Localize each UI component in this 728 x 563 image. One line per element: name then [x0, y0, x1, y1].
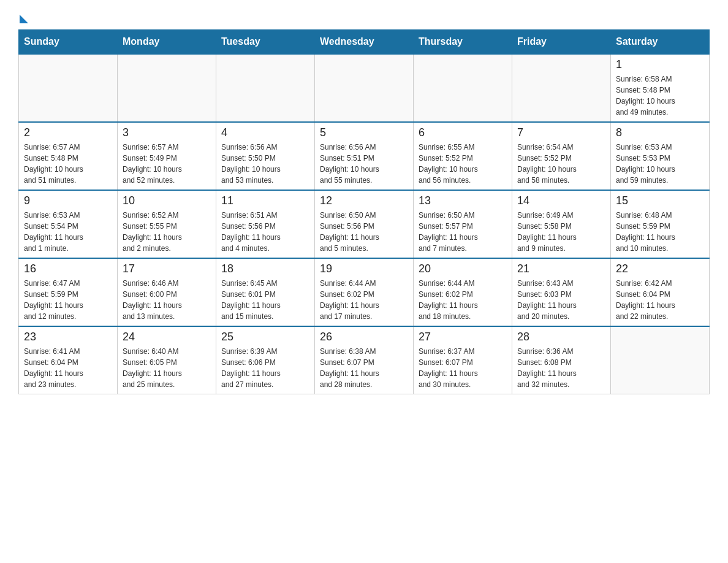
day-info: Sunrise: 6:56 AMSunset: 5:50 PMDaylight:… — [221, 142, 309, 186]
calendar-cell: 21Sunrise: 6:43 AMSunset: 6:03 PMDayligh… — [512, 258, 611, 326]
calendar-table: SundayMondayTuesdayWednesdayThursdayFrid… — [18, 29, 710, 394]
calendar-cell: 17Sunrise: 6:46 AMSunset: 6:00 PMDayligh… — [118, 258, 216, 326]
day-number: 27 — [419, 331, 507, 343]
day-number: 23 — [24, 331, 112, 343]
day-info: Sunrise: 6:37 AMSunset: 6:07 PMDaylight:… — [419, 346, 507, 390]
day-info: Sunrise: 6:55 AMSunset: 5:52 PMDaylight:… — [419, 142, 507, 186]
calendar-cell — [216, 54, 315, 122]
calendar-cell: 13Sunrise: 6:50 AMSunset: 5:57 PMDayligh… — [414, 190, 512, 258]
day-info: Sunrise: 6:46 AMSunset: 6:00 PMDaylight:… — [123, 278, 211, 322]
calendar-cell: 27Sunrise: 6:37 AMSunset: 6:07 PMDayligh… — [414, 326, 512, 394]
calendar-cell: 11Sunrise: 6:51 AMSunset: 5:56 PMDayligh… — [216, 190, 315, 258]
calendar-cell: 18Sunrise: 6:45 AMSunset: 6:01 PMDayligh… — [216, 258, 315, 326]
calendar-cell: 2Sunrise: 6:57 AMSunset: 5:48 PMDaylight… — [19, 122, 118, 190]
logo — [18, 12, 28, 23]
calendar-cell: 9Sunrise: 6:53 AMSunset: 5:54 PMDaylight… — [19, 190, 118, 258]
calendar-cell — [611, 326, 710, 394]
day-info: Sunrise: 6:53 AMSunset: 5:53 PMDaylight:… — [616, 142, 704, 186]
day-number: 9 — [24, 194, 112, 207]
days-of-week-row: SundayMondayTuesdayWednesdayThursdayFrid… — [19, 30, 710, 55]
calendar-cell — [19, 54, 118, 122]
calendar-cell: 23Sunrise: 6:41 AMSunset: 6:04 PMDayligh… — [19, 326, 118, 394]
calendar-body: 1Sunrise: 6:58 AMSunset: 5:48 PMDaylight… — [19, 54, 710, 394]
day-number: 20 — [419, 262, 507, 275]
page-header — [18, 12, 710, 23]
day-header-monday: Monday — [118, 30, 216, 55]
week-row-1: 1Sunrise: 6:58 AMSunset: 5:48 PMDaylight… — [19, 54, 710, 122]
calendar-cell: 6Sunrise: 6:55 AMSunset: 5:52 PMDaylight… — [414, 122, 512, 190]
calendar-cell: 22Sunrise: 6:42 AMSunset: 6:04 PMDayligh… — [611, 258, 710, 326]
day-info: Sunrise: 6:56 AMSunset: 5:51 PMDaylight:… — [320, 142, 408, 186]
day-number: 28 — [517, 331, 605, 343]
week-row-3: 9Sunrise: 6:53 AMSunset: 5:54 PMDaylight… — [19, 190, 710, 258]
day-info: Sunrise: 6:57 AMSunset: 5:49 PMDaylight:… — [123, 142, 211, 186]
day-number: 25 — [221, 331, 309, 343]
day-number: 21 — [517, 262, 605, 275]
day-info: Sunrise: 6:47 AMSunset: 5:59 PMDaylight:… — [24, 278, 112, 322]
day-info: Sunrise: 6:51 AMSunset: 5:56 PMDaylight:… — [221, 210, 309, 254]
day-number: 2 — [24, 126, 112, 139]
day-number: 22 — [616, 262, 704, 275]
calendar-cell: 8Sunrise: 6:53 AMSunset: 5:53 PMDaylight… — [611, 122, 710, 190]
day-info: Sunrise: 6:49 AMSunset: 5:58 PMDaylight:… — [517, 210, 605, 254]
calendar-cell: 3Sunrise: 6:57 AMSunset: 5:49 PMDaylight… — [118, 122, 216, 190]
day-number: 24 — [123, 331, 211, 343]
day-number: 11 — [221, 194, 309, 207]
calendar-cell — [414, 54, 512, 122]
day-number: 19 — [320, 262, 408, 275]
day-info: Sunrise: 6:50 AMSunset: 5:56 PMDaylight:… — [320, 210, 408, 254]
day-info: Sunrise: 6:45 AMSunset: 6:01 PMDaylight:… — [221, 278, 309, 322]
calendar-header: SundayMondayTuesdayWednesdayThursdayFrid… — [19, 30, 710, 55]
calendar-cell: 5Sunrise: 6:56 AMSunset: 5:51 PMDaylight… — [315, 122, 414, 190]
week-row-2: 2Sunrise: 6:57 AMSunset: 5:48 PMDaylight… — [19, 122, 710, 190]
day-info: Sunrise: 6:40 AMSunset: 6:05 PMDaylight:… — [123, 346, 211, 390]
day-number: 15 — [616, 194, 704, 207]
calendar-cell: 10Sunrise: 6:52 AMSunset: 5:55 PMDayligh… — [118, 190, 216, 258]
day-info: Sunrise: 6:48 AMSunset: 5:59 PMDaylight:… — [616, 210, 704, 254]
calendar-cell: 26Sunrise: 6:38 AMSunset: 6:07 PMDayligh… — [315, 326, 414, 394]
day-number: 12 — [320, 194, 408, 207]
day-number: 6 — [419, 126, 507, 139]
calendar-cell: 16Sunrise: 6:47 AMSunset: 5:59 PMDayligh… — [19, 258, 118, 326]
day-number: 10 — [123, 194, 211, 207]
calendar-cell: 19Sunrise: 6:44 AMSunset: 6:02 PMDayligh… — [315, 258, 414, 326]
calendar-cell: 4Sunrise: 6:56 AMSunset: 5:50 PMDaylight… — [216, 122, 315, 190]
calendar-cell: 7Sunrise: 6:54 AMSunset: 5:52 PMDaylight… — [512, 122, 611, 190]
week-row-5: 23Sunrise: 6:41 AMSunset: 6:04 PMDayligh… — [19, 326, 710, 394]
calendar-cell: 12Sunrise: 6:50 AMSunset: 5:56 PMDayligh… — [315, 190, 414, 258]
day-number: 3 — [123, 126, 211, 139]
day-info: Sunrise: 6:43 AMSunset: 6:03 PMDaylight:… — [517, 278, 605, 322]
calendar-cell — [315, 54, 414, 122]
logo-arrow-icon — [20, 15, 28, 23]
calendar-cell: 25Sunrise: 6:39 AMSunset: 6:06 PMDayligh… — [216, 326, 315, 394]
day-header-sunday: Sunday — [19, 30, 118, 55]
calendar-cell: 15Sunrise: 6:48 AMSunset: 5:59 PMDayligh… — [611, 190, 710, 258]
day-info: Sunrise: 6:50 AMSunset: 5:57 PMDaylight:… — [419, 210, 507, 254]
calendar-cell: 28Sunrise: 6:36 AMSunset: 6:08 PMDayligh… — [512, 326, 611, 394]
calendar-cell: 24Sunrise: 6:40 AMSunset: 6:05 PMDayligh… — [118, 326, 216, 394]
day-number: 4 — [221, 126, 309, 139]
day-info: Sunrise: 6:36 AMSunset: 6:08 PMDaylight:… — [517, 346, 605, 390]
day-info: Sunrise: 6:42 AMSunset: 6:04 PMDaylight:… — [616, 278, 704, 322]
day-number: 14 — [517, 194, 605, 207]
day-header-wednesday: Wednesday — [315, 30, 414, 55]
day-number: 8 — [616, 126, 704, 139]
logo-general-text — [18, 12, 28, 23]
day-header-tuesday: Tuesday — [216, 30, 315, 55]
day-info: Sunrise: 6:58 AMSunset: 5:48 PMDaylight:… — [616, 74, 704, 118]
day-number: 1 — [616, 58, 704, 71]
day-info: Sunrise: 6:54 AMSunset: 5:52 PMDaylight:… — [517, 142, 605, 186]
calendar-cell: 14Sunrise: 6:49 AMSunset: 5:58 PMDayligh… — [512, 190, 611, 258]
calendar-cell — [512, 54, 611, 122]
day-info: Sunrise: 6:38 AMSunset: 6:07 PMDaylight:… — [320, 346, 408, 390]
day-info: Sunrise: 6:44 AMSunset: 6:02 PMDaylight:… — [419, 278, 507, 322]
week-row-4: 16Sunrise: 6:47 AMSunset: 5:59 PMDayligh… — [19, 258, 710, 326]
day-info: Sunrise: 6:39 AMSunset: 6:06 PMDaylight:… — [221, 346, 309, 390]
day-header-thursday: Thursday — [414, 30, 512, 55]
day-info: Sunrise: 6:57 AMSunset: 5:48 PMDaylight:… — [24, 142, 112, 186]
day-number: 16 — [24, 262, 112, 275]
day-info: Sunrise: 6:41 AMSunset: 6:04 PMDaylight:… — [24, 346, 112, 390]
day-number: 26 — [320, 331, 408, 343]
day-info: Sunrise: 6:44 AMSunset: 6:02 PMDaylight:… — [320, 278, 408, 322]
day-info: Sunrise: 6:53 AMSunset: 5:54 PMDaylight:… — [24, 210, 112, 254]
